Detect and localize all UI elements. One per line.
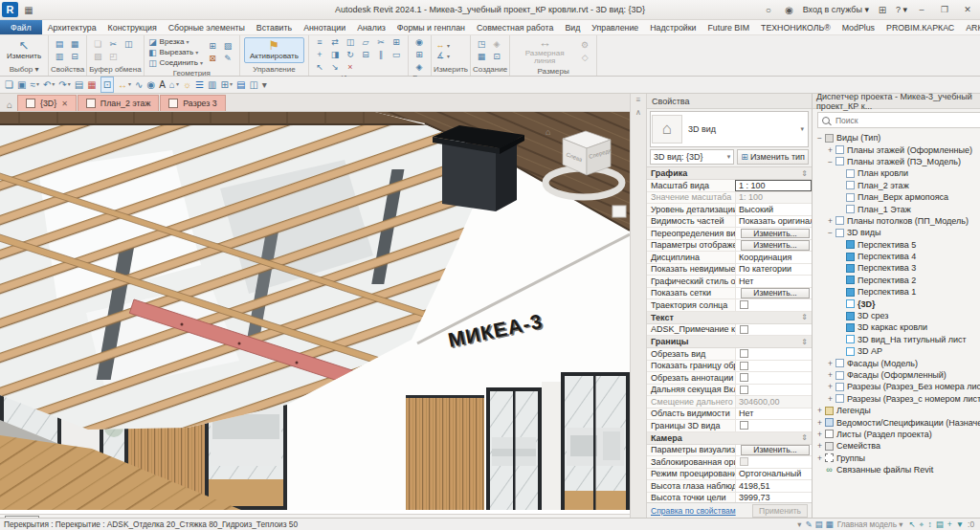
aligned-dim-icon[interactable]: ∿ (135, 77, 143, 92)
properties-icon[interactable]: ▤ (53, 38, 66, 50)
section-expander-icon[interactable]: ⇕ (801, 313, 808, 321)
override-icon[interactable]: ⊞ (412, 49, 426, 60)
scale-icon[interactable]: ↘ (328, 61, 342, 73)
property-checkbox[interactable] (740, 300, 748, 309)
tree-item[interactable]: +Фасады (Модель) (826, 357, 980, 368)
create-group-icon[interactable]: ◳ (475, 38, 488, 50)
demolish-icon[interactable]: ⊠ (206, 53, 219, 64)
cope-button[interactable]: ◪Врезка▾ (148, 36, 203, 47)
property-section-header[interactable]: Границы⇕ (647, 336, 812, 348)
property-value[interactable] (735, 420, 812, 431)
ribbon-tab[interactable]: Future BIM (702, 20, 756, 34)
user-icon[interactable]: ◉ (782, 5, 797, 15)
move-icon[interactable]: + (313, 49, 326, 60)
tree-expander[interactable]: + (815, 453, 824, 463)
tree-expander[interactable]: + (815, 418, 824, 428)
join-geometry-button[interactable]: ◫Соединить▾ (148, 57, 203, 68)
copy-icon[interactable]: ◫ (122, 38, 135, 50)
tree-item[interactable]: План_2 этаж (836, 180, 980, 191)
tree-item[interactable]: ∞Связанные файлы Revit (815, 464, 980, 475)
property-section-header[interactable]: Камера⇕ (647, 432, 812, 445)
displace-icon[interactable]: ◈ (412, 61, 426, 73)
panel-grip-icon[interactable]: ≡ (636, 96, 641, 104)
measure-icon[interactable]: ↔▾ (118, 77, 131, 92)
hide-icon[interactable]: ◉ (412, 36, 426, 48)
properties-header[interactable]: Свойства (647, 94, 812, 109)
array-icon[interactable]: ⊞ (390, 36, 403, 48)
tree-item[interactable]: +Ведомости/Спецификации (Назначение вида… (815, 416, 980, 428)
measure-button[interactable]: ↔▾ (435, 40, 450, 51)
tree-expander[interactable]: + (826, 216, 835, 226)
home-icon[interactable]: ⌂ (2, 99, 17, 110)
type-properties-icon[interactable]: ▦ (68, 38, 81, 50)
tree-expander[interactable]: + (826, 394, 835, 404)
section-expander-icon[interactable]: ⇕ (801, 169, 808, 178)
more-commands-icon[interactable]: ▾ (262, 77, 267, 92)
edit-type-button[interactable]: ⊞ Изменить тип (737, 149, 809, 165)
close-view-icon[interactable]: ✕ (61, 99, 68, 108)
property-value[interactable]: 1: 100 (735, 192, 812, 204)
cut-icon[interactable]: ✂ (106, 38, 120, 50)
close-button[interactable]: ✕ (959, 5, 976, 14)
type-selector[interactable]: ⌂ 3D вид ▾ (650, 111, 809, 147)
file-tab[interactable]: Файл (0, 20, 42, 34)
ribbon-tab[interactable]: Совместная работа (471, 20, 560, 34)
minimize-button[interactable]: – (913, 5, 930, 14)
mirror-axis-icon[interactable]: ▱ (359, 36, 372, 48)
property-value[interactable]: Изменить... (735, 288, 812, 299)
select-by-face-icon[interactable]: ▤ (936, 519, 944, 530)
property-checkbox[interactable] (740, 421, 748, 430)
tree-expander[interactable]: − (826, 157, 835, 166)
3d-model-view[interactable]: МИКЕА-3 МИКЕА-3 (0, 112, 630, 510)
ribbon-tab[interactable]: Архитектура (42, 20, 102, 34)
property-value[interactable]: 1 : 100 (735, 180, 812, 191)
ribbon-tab[interactable]: Сборные элементы (163, 20, 251, 34)
tree-item[interactable]: 3D вид_На титульный лист (836, 334, 980, 345)
tree-expander[interactable]: + (826, 370, 835, 380)
search-icon[interactable]: ○ (761, 5, 776, 15)
tree-expander[interactable]: + (826, 145, 835, 155)
tree-item[interactable]: −Виды (Тип) (815, 132, 980, 144)
drag-on-selection-icon[interactable]: + (947, 519, 952, 530)
tree-expander[interactable]: + (815, 441, 824, 451)
drawing-area[interactable]: МИКЕА-3 МИКЕА-3 (0, 112, 630, 514)
property-checkbox[interactable] (740, 362, 748, 370)
select-links-icon[interactable]: ↖ (908, 519, 915, 530)
restore-button[interactable]: ❐ (936, 5, 953, 14)
tree-item[interactable]: −Планы этажей (ПЭ_Модель) (826, 156, 980, 167)
property-checkbox[interactable] (740, 325, 748, 334)
ribbon-tab[interactable]: Управление (586, 20, 644, 34)
options-icon[interactable]: ▦ (826, 519, 834, 529)
property-value[interactable] (735, 324, 812, 336)
print-icon[interactable]: ▤ (75, 77, 83, 92)
property-value[interactable]: Нет (735, 276, 812, 287)
tree-expander[interactable]: + (815, 430, 824, 439)
pin-icon[interactable]: ▭ (390, 49, 403, 60)
file-tab-small-icon[interactable]: ▦ (21, 5, 36, 15)
revit-logo-icon[interactable]: R (2, 2, 18, 17)
sync-icon[interactable]: ≈▾ (30, 77, 39, 92)
filter-icon[interactable]: ▼ (956, 519, 964, 530)
property-value[interactable]: 3999,73 (735, 493, 812, 503)
rotate-icon[interactable]: ↻ (344, 49, 357, 60)
align-icon[interactable]: ≡ (313, 36, 326, 48)
apply-button[interactable]: Применить (752, 504, 808, 518)
property-value[interactable]: Ортогональный (735, 469, 812, 480)
tree-item[interactable]: 3D каркас кровли (836, 321, 980, 333)
property-value[interactable]: Изменить... (735, 228, 812, 239)
trim-icon[interactable]: ⊟ (359, 49, 372, 60)
text-icon[interactable]: A (159, 77, 166, 92)
angle-measure-button[interactable]: ∡▾ (435, 51, 450, 61)
property-value[interactable]: По категории (735, 264, 812, 276)
property-edit-button[interactable]: Изменить... (741, 229, 810, 239)
property-value[interactable]: 304600,00 (735, 396, 812, 408)
offset-icon[interactable]: ⇄ (328, 36, 342, 48)
tree-expander[interactable]: − (815, 133, 824, 143)
ribbon-tab[interactable]: Формы и генплан (391, 20, 471, 34)
tree-item[interactable]: +Разрезы (Разрез_с номером листа) (826, 393, 980, 405)
create-parts-icon[interactable]: ▦ (475, 51, 488, 62)
properties-filter-select[interactable]: 3D вид: {3D}▾ (650, 149, 734, 165)
extend-icon[interactable]: ∥ (374, 49, 388, 60)
create-similar-icon[interactable]: ⊡ (490, 51, 503, 62)
project-browser-header[interactable]: Диспетчер проекта - Микеа-3_учебный прое… (813, 94, 980, 109)
